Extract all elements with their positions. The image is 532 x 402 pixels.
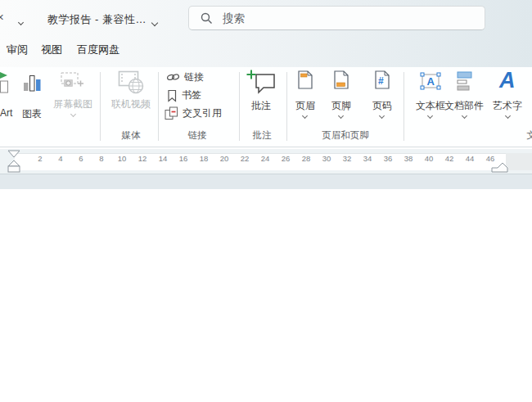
svg-text:#: # xyxy=(378,75,384,87)
ruler-number: 18 xyxy=(200,154,209,163)
ruler-number: 22 xyxy=(241,154,250,163)
ruler-number: 4 xyxy=(58,154,62,163)
text-group-label: 文 xyxy=(526,129,532,142)
footer-chevron-icon[interactable] xyxy=(338,113,344,119)
ruler-number: 10 xyxy=(118,154,127,163)
document-title: 教学报告 - 兼容性… xyxy=(47,12,147,27)
ruler-number: 40 xyxy=(425,154,434,163)
screenshot-label: 屏幕截图 xyxy=(53,97,92,111)
ruler-band xyxy=(15,153,532,170)
quick-parts-icon[interactable] xyxy=(455,70,475,92)
text-box-chevron-icon[interactable] xyxy=(427,113,433,119)
header-label[interactable]: 页眉 xyxy=(295,99,315,113)
ruler-number: 6 xyxy=(79,154,83,163)
online-video-label: 联机视频 xyxy=(111,97,151,111)
ruler-number: 12 xyxy=(138,154,147,163)
smartart-icon[interactable] xyxy=(0,72,9,95)
page-number-label[interactable]: 页码 xyxy=(372,99,392,113)
tab-review[interactable]: 审阅 xyxy=(7,43,28,57)
ruler-number: 34 xyxy=(363,154,372,163)
chart-label[interactable]: 图表 xyxy=(22,107,42,121)
search-box[interactable] xyxy=(188,6,485,30)
cross-reference-button[interactable]: 交叉引用 xyxy=(165,106,222,120)
ruler-number: 16 xyxy=(179,154,188,163)
page-number-icon[interactable]: # xyxy=(375,70,390,90)
link-label: 链接 xyxy=(184,70,204,84)
cross-reference-icon xyxy=(165,106,178,120)
title-bar: × 教学报告 - 兼容性… 审阅 视图 百度网盘 xyxy=(0,0,532,67)
ribbon: Art 图表 屏幕截图 联机视频 媒体 xyxy=(0,67,532,147)
footer-icon[interactable] xyxy=(334,70,349,90)
ruler-number: 36 xyxy=(384,154,393,163)
page-number-chevron-icon[interactable] xyxy=(379,113,385,119)
bookmark-button[interactable]: 书签 xyxy=(167,88,201,102)
ruler-number: 28 xyxy=(302,154,311,163)
screenshot-icon xyxy=(61,72,85,92)
quick-parts-label[interactable]: 文档部件 xyxy=(444,99,484,113)
cross-reference-label: 交叉引用 xyxy=(183,106,222,120)
text-box-icon[interactable]: A xyxy=(419,70,442,92)
bookmark-icon xyxy=(167,89,178,102)
ruler-number: 38 xyxy=(404,154,413,163)
text-box-label[interactable]: 文本框 xyxy=(416,99,445,113)
partial-close-icon[interactable]: × xyxy=(0,10,4,24)
ruler-number: 26 xyxy=(282,154,291,163)
search-input[interactable] xyxy=(223,12,452,25)
ruler-number: 2 xyxy=(38,154,42,163)
ruler-number: 8 xyxy=(99,154,103,163)
indent-markers[interactable] xyxy=(7,150,22,174)
word-art-icon[interactable]: A xyxy=(499,70,516,92)
right-indent-marker[interactable] xyxy=(490,162,510,174)
tab-baidu-netdisk[interactable]: 百度网盘 xyxy=(77,43,119,57)
ruler-number: 24 xyxy=(261,154,270,163)
comment-label[interactable]: 批注 xyxy=(251,99,271,113)
screenshot-chevron-icon xyxy=(70,111,76,117)
ruler-number: 20 xyxy=(220,154,229,163)
ruler-number: 14 xyxy=(159,154,168,163)
word-art-label[interactable]: 艺术字 xyxy=(493,99,522,113)
quick-access-toolbar-icon[interactable] xyxy=(19,13,28,28)
comment-group-label: 批注 xyxy=(253,129,272,142)
link-button[interactable]: 链接 xyxy=(166,70,204,84)
header-chevron-icon[interactable] xyxy=(302,113,308,119)
title-chevron-down-icon[interactable] xyxy=(152,14,157,29)
ruler: 2468101214161820222426283032343638404244… xyxy=(0,149,532,174)
ruler-number: 30 xyxy=(322,154,331,163)
quick-parts-chevron-icon[interactable] xyxy=(462,113,467,119)
ruler-number: 44 xyxy=(466,154,475,163)
word-art-chevron-icon[interactable] xyxy=(505,113,511,119)
footer-label[interactable]: 页脚 xyxy=(331,99,351,113)
svg-text:A: A xyxy=(427,75,435,88)
ruler-number: 42 xyxy=(445,154,454,163)
word-window: × 教学报告 - 兼容性… 审阅 视图 百度网盘 Art 图表 xyxy=(0,0,532,402)
document-page[interactable]: https://www.rjzxw.com/ 按住 Ctrl 并单击可访问链接 … xyxy=(0,189,532,402)
chart-icon[interactable] xyxy=(23,74,43,93)
ruler-number: 32 xyxy=(343,154,352,163)
media-group-label: 媒体 xyxy=(122,129,141,142)
link-icon xyxy=(166,72,180,83)
header-footer-group-label: 页眉和页脚 xyxy=(322,129,369,142)
links-group-label: 链接 xyxy=(188,129,207,142)
page-gap xyxy=(0,174,532,189)
online-video-icon xyxy=(118,70,144,95)
smartart-label[interactable]: Art xyxy=(0,107,12,119)
comment-icon[interactable] xyxy=(246,69,277,97)
search-icon xyxy=(201,12,213,25)
tab-view[interactable]: 视图 xyxy=(41,43,62,57)
header-icon[interactable] xyxy=(298,70,313,90)
bookmark-label: 书签 xyxy=(182,88,201,102)
